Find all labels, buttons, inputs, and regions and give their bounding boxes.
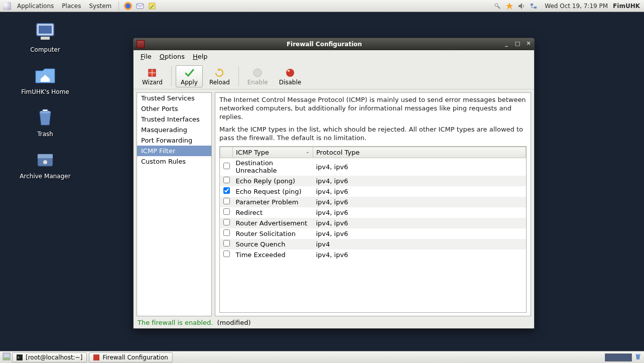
workspace-switcher[interactable] <box>605 353 632 361</box>
col-icmp-type[interactable]: ICMP Type⌄ <box>233 147 313 158</box>
sidebar-item-trusted-services[interactable]: Trusted Services <box>137 93 211 103</box>
icmp-table: ICMP Type⌄ Protocol Type Destination Unr… <box>220 147 526 260</box>
cell-protocol: ipv4, ipv6 <box>313 250 526 260</box>
task-terminal[interactable]: [root@localhost:~] <box>12 352 87 362</box>
gnome-foot-icon <box>3 2 11 10</box>
archive-manager-icon <box>33 147 57 171</box>
reload-button[interactable]: Reload <box>205 65 234 87</box>
menu-file[interactable]: File <box>137 52 156 61</box>
task-firewall[interactable]: Firewall Configuration <box>89 352 172 362</box>
sidebar-item-trusted-interfaces[interactable]: Trusted Interfaces <box>137 114 211 125</box>
row-checkbox[interactable] <box>223 219 230 225</box>
desktop-icon-home[interactable]: FimUHK's Home <box>15 62 75 95</box>
sidebar-item-masquerading[interactable]: Masquerading <box>137 125 211 135</box>
wizard-button[interactable]: Wizard <box>138 65 167 87</box>
toolbar-separator <box>238 66 239 86</box>
row-checkbox[interactable] <box>223 177 230 183</box>
sidebar-item-custom-rules[interactable]: Custom Rules <box>137 156 211 167</box>
table-row[interactable]: Router Advertisementipv4, ipv6 <box>220 218 526 228</box>
mail-icon[interactable] <box>135 1 145 11</box>
reload-icon <box>213 67 225 79</box>
sidebar-item-icmp-filter[interactable]: ICMP Filter <box>137 146 211 156</box>
description-2: Mark the ICMP types in the list, which s… <box>219 126 527 143</box>
firewall-window: Firewall Configuration _ □ ✕ File Option… <box>133 38 535 329</box>
svg-point-20 <box>286 69 294 77</box>
svg-rect-26 <box>635 354 640 355</box>
row-checkbox[interactable] <box>223 187 230 194</box>
svg-marker-6 <box>519 3 522 9</box>
sort-indicator-icon: ⌄ <box>306 149 310 154</box>
menu-places[interactable]: Places <box>58 3 85 10</box>
cell-icmp-type: Echo Request (ping) <box>233 186 313 197</box>
update-icon[interactable] <box>504 1 514 11</box>
svg-rect-8 <box>534 7 537 9</box>
svg-rect-10 <box>39 26 52 34</box>
row-checkbox[interactable] <box>223 198 230 204</box>
cell-protocol: ipv4, ipv6 <box>313 207 526 218</box>
row-checkbox[interactable] <box>223 229 230 236</box>
cell-protocol: ipv4 <box>313 239 526 250</box>
col-check[interactable] <box>220 147 233 158</box>
row-checkbox[interactable] <box>223 208 230 215</box>
panel-separator <box>118 2 119 11</box>
cell-icmp-type: Time Exceeded <box>233 250 313 260</box>
disable-button[interactable]: Disable <box>275 65 306 87</box>
enable-icon <box>251 67 264 79</box>
menu-options[interactable]: Options <box>156 52 189 61</box>
table-row[interactable]: Echo Request (ping)ipv4, ipv6 <box>220 186 526 197</box>
cell-icmp-type: Destination Unreachable <box>233 158 313 176</box>
table-row[interactable]: Source Quenchipv4 <box>220 239 526 250</box>
trash-icon <box>33 104 57 129</box>
show-desktop-icon[interactable] <box>2 352 11 362</box>
apply-button[interactable]: Apply <box>176 65 203 87</box>
minimize-button[interactable]: _ <box>502 40 511 48</box>
sidebar-item-port-forwarding[interactable]: Port Forwarding <box>137 135 211 146</box>
svg-rect-2 <box>137 4 144 9</box>
bottom-panel: [root@localhost:~] Firewall Configuratio… <box>0 351 644 363</box>
disable-icon <box>284 67 296 79</box>
cell-icmp-type: Echo Reply (pong) <box>233 176 313 186</box>
apply-label: Apply <box>181 79 198 86</box>
clock[interactable]: Wed Oct 19, 7:19 PM <box>545 3 608 10</box>
desktop-icon-archive[interactable]: Archive Manager <box>15 147 75 180</box>
menu-help[interactable]: Help <box>189 52 212 61</box>
table-row[interactable]: Echo Reply (pong)ipv4, ipv6 <box>220 176 526 186</box>
disable-label: Disable <box>279 79 302 86</box>
terminal-icon <box>17 354 23 360</box>
table-row[interactable]: Destination Unreachableipv4, ipv6 <box>220 158 526 176</box>
sidebar-item-other-ports[interactable]: Other Ports <box>137 103 211 114</box>
row-checkbox[interactable] <box>223 163 230 169</box>
menu-applications[interactable]: Applications <box>13 3 58 10</box>
table-row[interactable]: Parameter Problemipv4, ipv6 <box>220 197 526 207</box>
close-button[interactable]: ✕ <box>524 40 533 48</box>
wizard-icon <box>146 67 158 79</box>
svg-point-1 <box>125 4 131 9</box>
user-menu[interactable]: FimUHK <box>613 3 640 10</box>
main-pane: The Internet Control Message Protocol (I… <box>215 92 531 316</box>
desktop-label: Trash <box>15 131 75 138</box>
apply-icon <box>183 67 195 79</box>
row-checkbox[interactable] <box>223 251 230 257</box>
volume-icon[interactable] <box>517 1 527 11</box>
home-folder-icon <box>33 62 57 86</box>
keyring-icon[interactable] <box>492 1 502 11</box>
svg-marker-5 <box>506 3 513 10</box>
desktop-icon-computer[interactable]: Computer <box>15 20 75 53</box>
desktop-icon-trash[interactable]: Trash <box>15 104 75 138</box>
titlebar[interactable]: Firewall Configuration _ □ ✕ <box>134 38 534 50</box>
table-row[interactable]: Time Exceededipv4, ipv6 <box>220 250 526 260</box>
cell-protocol: ipv4, ipv6 <box>313 197 526 207</box>
maximize-button[interactable]: □ <box>513 40 522 48</box>
row-checkbox[interactable] <box>223 240 230 247</box>
network-icon[interactable] <box>529 1 539 11</box>
trash-applet-icon[interactable] <box>634 352 642 362</box>
svg-rect-25 <box>93 354 99 360</box>
table-row[interactable]: Redirectipv4, ipv6 <box>220 207 526 218</box>
cell-icmp-type: Router Solicitation <box>233 228 313 239</box>
table-row[interactable]: Router Solicitationipv4, ipv6 <box>220 228 526 239</box>
svg-rect-11 <box>41 37 50 40</box>
firefox-icon[interactable] <box>123 1 133 11</box>
menu-system[interactable]: System <box>85 3 115 10</box>
col-protocol[interactable]: Protocol Type <box>313 147 526 158</box>
notes-icon[interactable] <box>147 1 157 11</box>
